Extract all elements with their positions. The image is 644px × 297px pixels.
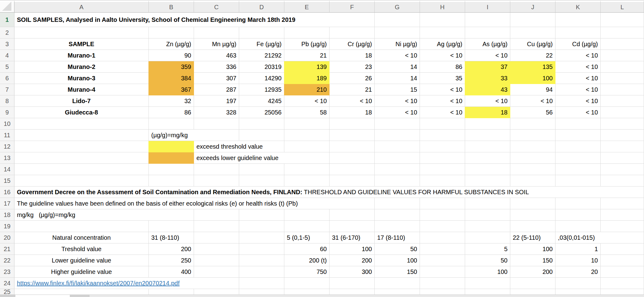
- cell-I17[interactable]: [465, 198, 510, 209]
- cell-J7[interactable]: 94: [510, 84, 555, 95]
- cell-D9[interactable]: 25056: [239, 107, 284, 118]
- cell-F14[interactable]: [330, 164, 375, 175]
- cell-D23[interactable]: [239, 266, 284, 278]
- col-header-C[interactable]: C: [194, 0, 239, 13]
- cell-G7[interactable]: 15: [375, 84, 420, 95]
- cell-J5[interactable]: 135: [510, 61, 555, 73]
- cell-F21[interactable]: 100: [330, 243, 375, 255]
- cell-D25[interactable]: [239, 289, 284, 295]
- cell-D22[interactable]: [239, 255, 284, 266]
- cell-K15[interactable]: [555, 175, 601, 187]
- cell-H15[interactable]: [420, 175, 465, 187]
- cell-H23[interactable]: [420, 266, 465, 278]
- cell-I5[interactable]: 37: [465, 61, 510, 73]
- row-header-8[interactable]: 8: [0, 95, 14, 107]
- row-header-11[interactable]: 11: [0, 130, 14, 141]
- cell-F23[interactable]: 300: [330, 266, 375, 278]
- cell-B15[interactable]: [149, 175, 194, 187]
- cell-G14[interactable]: [375, 164, 420, 175]
- cell-B9[interactable]: 86: [149, 107, 194, 118]
- cell-C6[interactable]: 307: [194, 73, 239, 84]
- cell-K7[interactable]: < 10: [555, 84, 601, 95]
- cell-D4[interactable]: 21292: [239, 50, 284, 61]
- cell-L2[interactable]: [601, 27, 644, 38]
- cell-E18[interactable]: [284, 209, 330, 221]
- cell-G24[interactable]: [375, 278, 420, 289]
- col-header-A[interactable]: A: [14, 0, 149, 13]
- cell-B2[interactable]: [149, 27, 194, 38]
- cell-H18[interactable]: [420, 209, 465, 221]
- cell-G11[interactable]: [375, 130, 420, 141]
- cell-H22[interactable]: [420, 255, 465, 266]
- col-header-J[interactable]: J: [510, 0, 555, 13]
- cell-F3[interactable]: Cr (µg/g): [330, 38, 375, 50]
- cell-J2[interactable]: [510, 27, 555, 38]
- row-header-13[interactable]: 13: [0, 152, 14, 164]
- cell-I9[interactable]: 18: [465, 107, 510, 118]
- cell-C4[interactable]: 463: [194, 50, 239, 61]
- cell-I25[interactable]: [465, 289, 510, 295]
- row-header-20[interactable]: 20: [0, 232, 14, 243]
- row-header-14[interactable]: 14: [0, 164, 14, 175]
- row-header-10[interactable]: 10: [0, 118, 14, 130]
- cell-D10[interactable]: [239, 118, 284, 130]
- cell-L4[interactable]: [601, 50, 644, 61]
- cell-C7[interactable]: 287: [194, 84, 239, 95]
- row-header-21[interactable]: 21: [0, 243, 14, 255]
- col-header-K[interactable]: K: [555, 0, 601, 13]
- cell-F2[interactable]: [330, 27, 375, 38]
- cell-G25[interactable]: [375, 289, 420, 295]
- row-header-19[interactable]: 19: [0, 221, 14, 232]
- cell-A5[interactable]: Murano-2: [14, 61, 149, 73]
- cell-A18[interactable]: mg/kg (µg/g)=mg/kg: [14, 209, 194, 221]
- cell-J25[interactable]: [510, 289, 555, 295]
- cell-L8[interactable]: [601, 95, 644, 107]
- cell-H11[interactable]: [420, 130, 465, 141]
- cell-F10[interactable]: [330, 118, 375, 130]
- cell-H24[interactable]: [420, 278, 465, 289]
- cell-L25[interactable]: [601, 289, 644, 295]
- cell-A12[interactable]: [14, 141, 149, 152]
- cell-I24[interactable]: [465, 278, 510, 289]
- cell-C5[interactable]: 336: [194, 61, 239, 73]
- cell-E7[interactable]: 210: [284, 84, 330, 95]
- cell-C8[interactable]: 197: [194, 95, 239, 107]
- cell-K21[interactable]: 1: [555, 243, 601, 255]
- col-header-I[interactable]: I: [465, 0, 510, 13]
- cell-J4[interactable]: 22: [510, 50, 555, 61]
- cell-I8[interactable]: < 10: [465, 95, 510, 107]
- row-header-6[interactable]: 6: [0, 73, 14, 84]
- row-header-4[interactable]: 4: [0, 50, 14, 61]
- cell-A17[interactable]: The guideline values have been defined o…: [14, 198, 375, 209]
- cell-J14[interactable]: [510, 164, 555, 175]
- cell-F5[interactable]: 23: [330, 61, 375, 73]
- cell-A3[interactable]: SAMPLE: [14, 38, 149, 50]
- cell-F18[interactable]: [330, 209, 375, 221]
- cell-K3[interactable]: Cd (µg/g): [555, 38, 601, 50]
- cell-A14[interactable]: [14, 164, 149, 175]
- cell-G3[interactable]: Ni µg/g): [375, 38, 420, 50]
- cell-L14[interactable]: [601, 164, 644, 175]
- cell-E20[interactable]: 5 (0,1-5): [284, 232, 330, 243]
- col-header-D[interactable]: D: [239, 0, 284, 13]
- cell-B12[interactable]: [149, 141, 194, 152]
- cell-D21[interactable]: [239, 243, 284, 255]
- cell-A7[interactable]: Murano-4: [14, 84, 149, 95]
- cell-G17[interactable]: [375, 198, 420, 209]
- cell-D18[interactable]: [239, 209, 284, 221]
- cell-H5[interactable]: 86: [420, 61, 465, 73]
- cell-C3[interactable]: Mn µg/g): [194, 38, 239, 50]
- cell-B6[interactable]: 384: [149, 73, 194, 84]
- cell-I12[interactable]: [465, 141, 510, 152]
- cell-B10[interactable]: [149, 118, 194, 130]
- cell-I3[interactable]: As (µg/g): [465, 38, 510, 50]
- cell-G13[interactable]: [375, 152, 420, 164]
- cell-E9[interactable]: 58: [284, 107, 330, 118]
- row-header-15[interactable]: 15: [0, 175, 14, 187]
- cell-K20[interactable]: ,03(0,01-015): [555, 232, 644, 243]
- cell-E14[interactable]: [284, 164, 330, 175]
- cell-E2[interactable]: [284, 27, 330, 38]
- cell-K13[interactable]: [555, 152, 601, 164]
- cell-G6[interactable]: 14: [375, 73, 420, 84]
- cell-I19[interactable]: [465, 221, 510, 232]
